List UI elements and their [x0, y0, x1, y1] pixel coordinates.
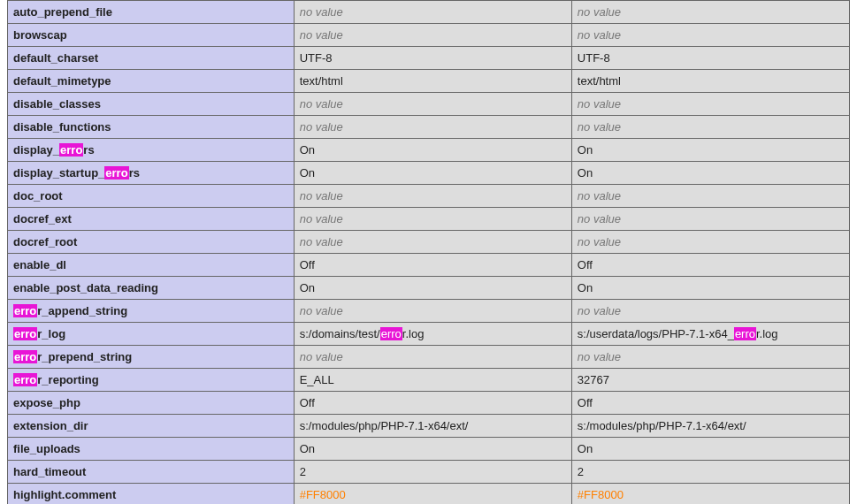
directive-cell: file_uploads — [8, 438, 295, 461]
directive-cell: display_errors — [8, 139, 295, 162]
local-value-cell: no value — [294, 24, 571, 47]
directive-cell: display_startup_errors — [8, 162, 295, 185]
no-value-label: no value — [578, 235, 621, 248]
master-value-cell: On — [571, 438, 849, 461]
directive-cell: docref_root — [8, 231, 295, 254]
search-highlight: erro — [59, 143, 83, 157]
master-value-cell: no value — [571, 116, 849, 139]
search-highlight: erro — [13, 373, 37, 386]
table-row: doc_rootno valueno value — [8, 185, 850, 208]
directive-cell: highlight.comment — [8, 484, 295, 505]
no-value-label: no value — [300, 304, 343, 317]
table-row: display_startup_errorsOnOn — [8, 162, 850, 185]
table-row: default_mimetypetext/htmltext/html — [8, 70, 850, 93]
search-highlight: erro — [734, 327, 756, 340]
master-value-cell: no value — [571, 346, 849, 369]
local-value-cell: text/html — [294, 70, 571, 93]
directive-cell: enable_post_data_reading — [8, 277, 295, 300]
directive-cell: default_charset — [8, 47, 295, 70]
table-row: hard_timeout22 — [8, 461, 850, 484]
local-value-cell: no value — [294, 300, 571, 323]
directive-cell: doc_root — [8, 185, 295, 208]
local-value-cell: #FF8000 — [294, 484, 571, 505]
master-value-cell: Off — [571, 254, 849, 277]
local-value-cell: 2 — [294, 461, 571, 484]
local-value-cell: On — [294, 277, 571, 300]
directive-cell: expose_php — [8, 392, 295, 415]
table-row: enable_post_data_readingOnOn — [8, 277, 850, 300]
directive-cell: auto_prepend_file — [8, 1, 295, 24]
no-value-label: no value — [300, 189, 343, 202]
local-value-cell: On — [294, 438, 571, 461]
master-value-cell: no value — [571, 231, 849, 254]
master-value-cell: no value — [571, 93, 849, 116]
no-value-label: no value — [300, 212, 343, 225]
directive-cell: error_log — [8, 323, 295, 346]
no-value-label: no value — [578, 304, 621, 317]
directive-cell: disable_classes — [8, 93, 295, 116]
directive-cell: extension_dir — [8, 415, 295, 438]
local-value-cell: no value — [294, 231, 571, 254]
phpinfo-table: auto_prepend_fileno valueno valuebrowsca… — [7, 0, 850, 504]
table-row: enable_dlOffOff — [8, 254, 850, 277]
no-value-label: no value — [300, 350, 343, 363]
master-value-cell: no value — [571, 24, 849, 47]
local-value-cell: no value — [294, 208, 571, 231]
local-value-cell: Off — [294, 392, 571, 415]
master-value-cell: 32767 — [571, 369, 849, 392]
no-value-label: no value — [578, 97, 621, 111]
local-value-cell: s:/modules/php/PHP-7.1-x64/ext/ — [294, 415, 571, 438]
directive-cell: disable_functions — [8, 116, 295, 139]
local-value-cell: s:/domains/test/error.log — [294, 323, 571, 346]
no-value-label: no value — [300, 235, 343, 248]
table-row: highlight.comment#FF8000#FF8000 — [8, 484, 850, 505]
local-value-cell: Off — [294, 254, 571, 277]
table-row: browscapno valueno value — [8, 24, 850, 47]
directive-cell: error_append_string — [8, 300, 295, 323]
master-value-cell: #FF8000 — [571, 484, 849, 505]
table-row: docref_rootno valueno value — [8, 231, 850, 254]
master-value-cell: no value — [571, 300, 849, 323]
no-value-label: no value — [578, 5, 621, 19]
color-value: #FF8000 — [578, 488, 624, 501]
master-value-cell: no value — [571, 1, 849, 24]
directive-cell: browscap — [8, 24, 295, 47]
search-highlight: erro — [380, 327, 402, 340]
search-highlight: erro — [13, 304, 37, 317]
local-value-cell: no value — [294, 1, 571, 24]
table-row: file_uploadsOnOn — [8, 438, 850, 461]
master-value-cell: text/html — [571, 70, 849, 93]
local-value-cell: no value — [294, 93, 571, 116]
table-row: expose_phpOffOff — [8, 392, 850, 415]
table-row: error_logs:/domains/test/error.logs:/use… — [8, 323, 850, 346]
local-value-cell: E_ALL — [294, 369, 571, 392]
master-value-cell: Off — [571, 392, 849, 415]
table-row: disable_classesno valueno value — [8, 93, 850, 116]
local-value-cell: On — [294, 139, 571, 162]
master-value-cell: On — [571, 277, 849, 300]
master-value-cell: no value — [571, 185, 849, 208]
master-value-cell: On — [571, 139, 849, 162]
search-highlight: erro — [13, 327, 37, 340]
no-value-label: no value — [300, 5, 343, 19]
table-row: error_reportingE_ALL32767 — [8, 369, 850, 392]
directive-cell: docref_ext — [8, 208, 295, 231]
directive-cell: error_reporting — [8, 369, 295, 392]
directive-cell: hard_timeout — [8, 461, 295, 484]
master-value-cell: s:/userdata/logs/PHP-7.1-x64_error.log — [571, 323, 849, 346]
search-highlight: erro — [13, 350, 37, 363]
master-value-cell: no value — [571, 208, 849, 231]
local-value-cell: On — [294, 162, 571, 185]
directive-cell: error_prepend_string — [8, 346, 295, 369]
no-value-label: no value — [300, 28, 343, 42]
directive-cell: default_mimetype — [8, 70, 295, 93]
search-highlight: erro — [104, 166, 128, 179]
no-value-label: no value — [578, 120, 621, 134]
local-value-cell: no value — [294, 346, 571, 369]
master-value-cell: 2 — [571, 461, 849, 484]
table-row: error_append_stringno valueno value — [8, 300, 850, 323]
color-value: #FF8000 — [300, 488, 346, 501]
master-value-cell: UTF-8 — [571, 47, 849, 70]
local-value-cell: no value — [294, 116, 571, 139]
table-row: disable_functionsno valueno value — [8, 116, 850, 139]
